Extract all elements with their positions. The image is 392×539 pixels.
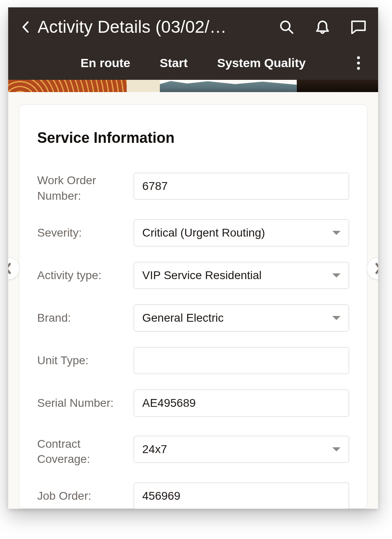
- brand-value: General Electric: [142, 311, 224, 325]
- chevron-down-icon: [332, 447, 341, 452]
- notifications-button[interactable]: [314, 19, 331, 35]
- work-order-number-input[interactable]: 6787: [134, 173, 349, 200]
- search-icon: [280, 20, 293, 34]
- serial-number-label: Serial Number:: [37, 395, 134, 411]
- job-order-label: Job Order:: [37, 488, 134, 504]
- page-title: Activity Details (03/02/…: [34, 17, 269, 37]
- svg-point-3: [357, 62, 360, 65]
- activity-type-value: VIP Service Residential: [142, 269, 262, 282]
- brand-select[interactable]: General Electric: [134, 304, 349, 332]
- svg-line-1: [289, 29, 293, 33]
- job-order-value: 456969: [142, 489, 180, 503]
- work-order-number-label: Work Order Number:: [37, 169, 134, 204]
- chevron-down-icon: [332, 315, 341, 321]
- unit-type-input[interactable]: [134, 347, 349, 374]
- chat-icon: [351, 20, 366, 34]
- brand-label: Brand:: [37, 310, 134, 326]
- service-information-card: Service Information Work Order Number: 6…: [19, 104, 367, 509]
- action-en-route[interactable]: En route: [81, 56, 130, 70]
- severity-select[interactable]: Critical (Urgent Routing): [134, 219, 349, 246]
- serial-number-input[interactable]: AE495689: [134, 390, 349, 417]
- contract-coverage-label: Contract Coverage:: [37, 432, 134, 467]
- chevron-down-icon: [332, 273, 341, 278]
- more-vertical-icon: [357, 56, 360, 70]
- chevron-left-icon: [22, 21, 29, 33]
- severity-label: Severity:: [37, 225, 134, 241]
- chat-button[interactable]: [350, 19, 367, 35]
- job-order-input[interactable]: 456969: [134, 483, 349, 509]
- overflow-menu-button[interactable]: [350, 55, 367, 71]
- svg-point-4: [357, 67, 360, 70]
- svg-point-2: [357, 56, 360, 59]
- chevron-down-icon: [332, 230, 341, 236]
- activity-type-label: Activity type:: [37, 268, 134, 283]
- svg-point-0: [281, 21, 290, 30]
- action-system-quality[interactable]: System Quality: [217, 56, 306, 70]
- search-button[interactable]: [278, 19, 295, 35]
- work-order-number-value: 6787: [142, 180, 168, 193]
- chevron-right-icon: [374, 263, 378, 274]
- back-button[interactable]: [17, 19, 34, 35]
- chevron-left-icon: [8, 263, 12, 274]
- section-title: Service Information: [37, 129, 349, 147]
- action-start[interactable]: Start: [160, 56, 188, 70]
- severity-value: Critical (Urgent Routing): [142, 226, 265, 239]
- decorative-banner: [8, 80, 378, 92]
- contract-coverage-value: 24x7: [142, 443, 167, 456]
- serial-number-value: AE495689: [142, 397, 196, 410]
- contract-coverage-select[interactable]: 24x7: [134, 436, 349, 463]
- bell-icon: [316, 20, 329, 34]
- unit-type-label: Unit Type:: [37, 353, 134, 368]
- activity-type-select[interactable]: VIP Service Residential: [134, 262, 349, 289]
